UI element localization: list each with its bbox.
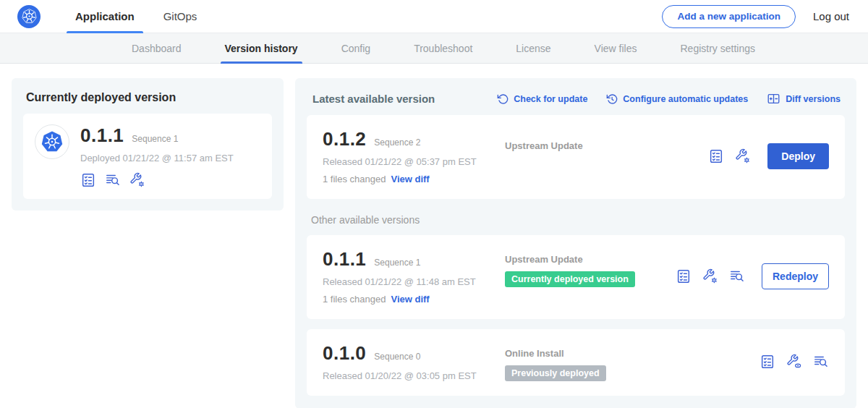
released-timestamp: Released 01/21/22 @ 11:48 am EST (323, 276, 505, 287)
previously-deployed-badge: Previously deployed (505, 365, 606, 381)
version-source-label: Upstream Update (505, 254, 676, 265)
subnav-tab-version-history[interactable]: Version history (203, 33, 320, 63)
deployed-version-card: 0.1.1 Sequence 1 Deployed 01/21/22 @ 11:… (23, 114, 272, 199)
check-for-update-label: Check for update (514, 94, 587, 104)
version-info: 0.1.1 Sequence 1 Released 01/21/22 @ 11:… (323, 248, 505, 305)
version-number: 0.1.0 (323, 342, 366, 365)
header-actions: Add a new application Log out (662, 5, 849, 28)
panel-header: Latest available version Check for updat… (307, 89, 845, 115)
main-content: Currently deployed version 0.1.1 Sequenc… (0, 64, 868, 408)
view-logs-icon[interactable] (813, 354, 829, 370)
deployed-version-info: 0.1.1 Sequence 1 Deployed 01/21/22 @ 11:… (80, 124, 234, 188)
release-notes-icon[interactable] (676, 268, 692, 284)
configure-automatic-updates-link[interactable]: Configure automatic updates (606, 93, 748, 105)
tab-gitops-label: GitOps (163, 10, 197, 22)
released-timestamp: Released 01/21/22 @ 05:37 pm EST (323, 156, 505, 167)
subnav-tab-label: View files (595, 43, 637, 54)
version-row: 0.1.2 Sequence 2 Released 01/21/22 @ 05:… (307, 115, 845, 199)
subnav-tab-label: Troubleshoot (414, 43, 472, 54)
currently-deployed-card: Currently deployed version 0.1.1 Sequenc… (12, 78, 284, 211)
tab-application-label: Application (75, 10, 135, 22)
version-source-label: Online Install (505, 348, 760, 359)
deploy-button[interactable]: Deploy (767, 143, 829, 169)
version-row: 0.1.0 Sequence 0 Released 01/20/22 @ 03:… (307, 329, 845, 396)
check-for-update-icon (497, 93, 509, 105)
view-diff-link[interactable]: View diff (391, 174, 429, 184)
view-logs-icon[interactable] (729, 268, 745, 284)
release-notes-icon[interactable] (80, 172, 96, 188)
subnav-tab-view-files[interactable]: View files (573, 33, 659, 63)
tab-application[interactable]: Application (61, 0, 149, 33)
sequence-label: Sequence 2 (374, 137, 420, 148)
subnav-tab-license[interactable]: License (494, 33, 572, 63)
diff-versions-link[interactable]: Diff versions (767, 92, 841, 106)
subnav-tab-troubleshoot[interactable]: Troubleshoot (392, 33, 494, 63)
configure-automatic-updates-label: Configure automatic updates (623, 94, 748, 104)
view-config-icon[interactable] (786, 354, 802, 370)
deployed-version-number: 0.1.1 (80, 124, 124, 147)
panel-actions: Check for update Configure automatic upd… (497, 92, 841, 106)
released-timestamp: Released 01/20/22 @ 03:05 pm EST (323, 370, 505, 381)
kubernetes-logo (17, 5, 41, 28)
currently-deployed-badge: Currently deployed version (505, 271, 635, 287)
version-info: 0.1.0 Sequence 0 Released 01/20/22 @ 03:… (323, 342, 505, 381)
view-logs-icon[interactable] (105, 172, 121, 188)
version-actions (760, 354, 829, 370)
subnav-tab-config[interactable]: Config (320, 33, 392, 63)
add-application-button[interactable]: Add a new application (662, 5, 796, 28)
edit-config-icon[interactable] (129, 172, 145, 188)
header-tabs: Application GitOps (61, 0, 211, 33)
diff-versions-label: Diff versions (786, 94, 841, 104)
subnav-tab-label: Version history (225, 43, 298, 54)
files-changed-label: 1 files changed (323, 294, 386, 305)
check-for-update-link[interactable]: Check for update (497, 93, 587, 105)
tab-gitops[interactable]: GitOps (149, 0, 212, 33)
version-number: 0.1.2 (323, 128, 366, 150)
version-number: 0.1.1 (323, 248, 366, 271)
subnav-tab-label: License (516, 43, 550, 54)
latest-available-title: Latest available version (312, 93, 435, 105)
edit-config-icon[interactable] (702, 268, 718, 284)
files-changed-label: 1 files changed (323, 174, 386, 184)
app-logo (35, 124, 69, 159)
view-diff-link[interactable]: View diff (391, 294, 429, 305)
version-info: 0.1.2 Sequence 2 Released 01/21/22 @ 05:… (323, 128, 505, 184)
sequence-label: Sequence 0 (374, 352, 420, 362)
deployed-sequence-label: Sequence 1 (132, 134, 178, 144)
version-status: Upstream Update Currently deployed versi… (505, 248, 676, 287)
subnav-tab-dashboard[interactable]: Dashboard (110, 33, 203, 63)
other-versions-label: Other available versions (311, 214, 841, 226)
sequence-label: Sequence 1 (374, 258, 420, 268)
release-notes-icon[interactable] (708, 148, 724, 164)
logout-button[interactable]: Log out (813, 10, 849, 22)
version-source-label: Upstream Update (505, 140, 708, 151)
version-status: Upstream Update (505, 128, 708, 151)
edit-config-icon[interactable] (735, 148, 751, 164)
release-notes-icon[interactable] (760, 354, 775, 370)
top-header: Application GitOps Add a new application… (0, 0, 868, 33)
diff-versions-icon (767, 92, 780, 106)
currently-deployed-title: Currently deployed version (23, 90, 272, 114)
version-actions: Deploy (708, 143, 829, 169)
deployed-timestamp: Deployed 01/21/22 @ 11:57 am EST (80, 153, 234, 163)
version-row: 0.1.1 Sequence 1 Released 01/21/22 @ 11:… (307, 235, 845, 319)
version-status: Online Install Previously deployed (505, 342, 760, 381)
subnav-tab-label: Config (341, 43, 370, 54)
subnav-tab-registry-settings[interactable]: Registry settings (658, 33, 776, 63)
automatic-updates-icon (606, 93, 618, 105)
app-subnav: Dashboard Version history Config Trouble… (0, 33, 868, 64)
version-history-panel: Latest available version Check for updat… (295, 78, 856, 408)
redeploy-button[interactable]: Redeploy (762, 263, 829, 289)
version-actions: Redeploy (676, 263, 829, 289)
subnav-tab-label: Registry settings (680, 43, 754, 54)
subnav-tab-label: Dashboard (132, 43, 182, 54)
